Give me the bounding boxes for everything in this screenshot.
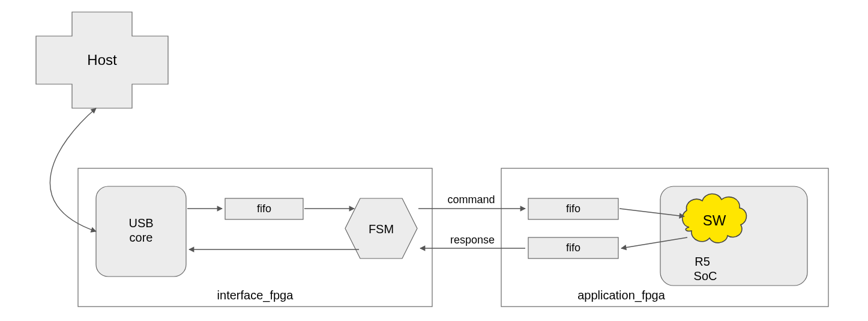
fifo-interface-label: fifo [257,203,271,215]
soc-label-2: SoC [694,269,717,283]
host-label: Host [87,52,117,68]
usb-core-label-2: core [130,231,153,244]
fifo-response-label: fifo [566,242,580,254]
fsm-label: FSM [369,222,394,236]
block-diagram: Host interface_fpga USB core fifo FSM ap… [0,0,868,321]
edge-host-usb [50,108,96,231]
interface-fpga-label: interface_fpga [217,289,294,302]
usb-core-label-1: USB [128,216,153,230]
application-fpga-label: application_fpga [577,289,666,302]
host-node: Host [36,12,168,108]
sw-cloud-label: SW [703,212,726,228]
usb-core-node: USB core [96,186,186,277]
fifo-command-label: fifo [566,203,580,215]
edge-command-label: command [447,194,495,206]
sw-cloud-node: SW [683,194,747,242]
soc-label-1: R5 [695,255,710,268]
edge-response-label: response [450,234,495,246]
fifo-interface-node: fifo [225,198,303,219]
fifo-command-node: fifo [528,198,618,219]
fifo-response-node: fifo [528,237,618,258]
